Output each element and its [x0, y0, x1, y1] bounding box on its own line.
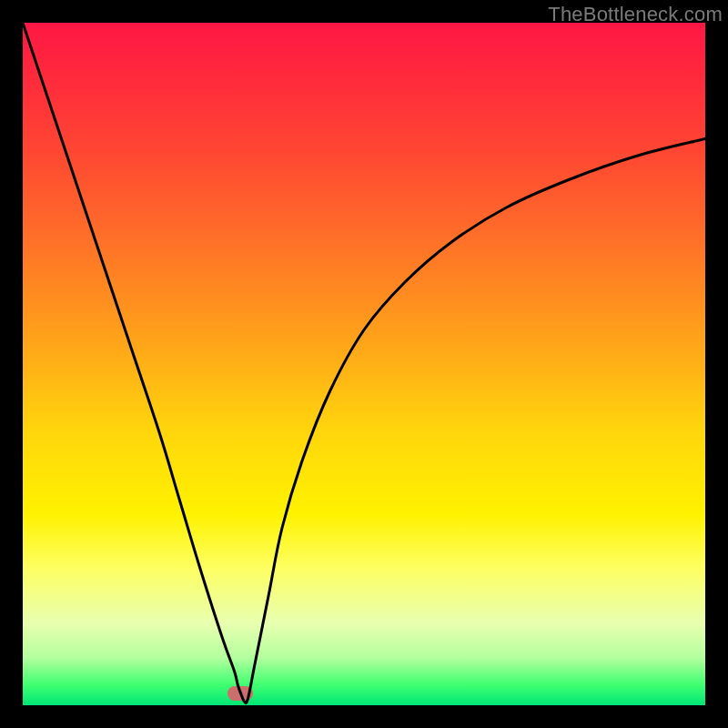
bottleneck-curve — [23, 23, 705, 703]
curve-layer — [23, 23, 705, 705]
chart-area — [23, 23, 705, 705]
watermark-text: TheBottleneck.com — [548, 3, 723, 26]
